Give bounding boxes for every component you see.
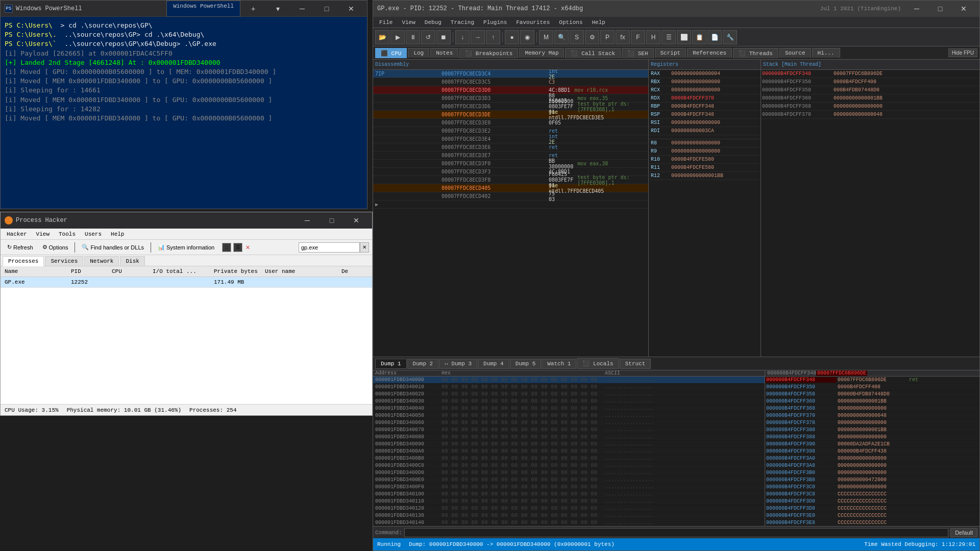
stack-view-row[interactable]: 000000B4FDCFF3500000B4FDCFF408 bbox=[765, 384, 979, 391]
x64dbg-menu-options[interactable]: Options bbox=[555, 18, 586, 27]
ph-search-clear-btn[interactable]: ✕ bbox=[360, 242, 369, 253]
cmd-input[interactable] bbox=[404, 528, 948, 537]
ph-refresh-btn[interactable]: ↻ Refresh bbox=[4, 242, 37, 252]
x64dbg-tool-misc1[interactable]: ☰ bbox=[662, 30, 676, 44]
ph-find-handles-btn[interactable]: 🔍 Find handles or DLLs bbox=[78, 242, 148, 252]
stack-view-row[interactable]: 000000B4FDCFF3880000000000000000 bbox=[765, 434, 979, 441]
x64dbg-hide-fpu-btn[interactable]: Hide FPU bbox=[948, 48, 977, 57]
x64dbg-menu-view[interactable]: View bbox=[398, 18, 419, 27]
ph-view-btn2[interactable]: ☰ bbox=[233, 243, 242, 252]
stack-view-row[interactable]: 000000B4FDCFF38000000000000001BB bbox=[765, 427, 979, 434]
ph-tab-disk[interactable]: Disk bbox=[120, 256, 144, 266]
x64dbg-tool-pause[interactable]: ⏸ bbox=[406, 30, 420, 44]
x64dbg-tool-stop[interactable]: ⏹ bbox=[436, 30, 451, 44]
stack-view-row[interactable]: 000000B4FDCFF3700000000000000048 bbox=[765, 412, 979, 419]
x64dbg-tab-references[interactable]: References bbox=[687, 48, 732, 58]
disasm-row-7[interactable]: 00007FFDC8ECD3E2 ret bbox=[373, 127, 648, 135]
x64dbg-tab-call-stack[interactable]: ⬛ Call Stack bbox=[565, 48, 621, 58]
ph-stop-icon[interactable]: ✕ bbox=[246, 243, 250, 252]
ph-menu-view[interactable]: View bbox=[32, 230, 54, 238]
stack-view-row[interactable]: 000000B4FDCFF3A00000000000000000 bbox=[765, 455, 979, 462]
ph-row-gpexe[interactable]: GP.exe 12252 171.49 MB bbox=[1, 277, 372, 288]
stack-view-row[interactable]: 000000B4FDCFF34800007FFDC6B896DEret bbox=[765, 377, 979, 384]
stack-view-row[interactable]: 000000B4FDCFF36000000000000001BB bbox=[765, 398, 979, 405]
x64dbg-tab-script[interactable]: Script bbox=[655, 48, 687, 58]
disasm-row-1[interactable]: 00007FFDC8ECD3C5 C3 bbox=[373, 78, 648, 86]
x64dbg-tool-script[interactable]: S bbox=[570, 30, 584, 44]
ph-tab-processes[interactable]: Processes bbox=[3, 256, 44, 266]
x64dbg-tab-breakpoints[interactable]: ⬛ Breakpoints bbox=[459, 48, 518, 58]
powershell-new-tab[interactable]: + bbox=[241, 1, 265, 17]
disasm-row-6[interactable]: 00007FFDC8ECD3E0 0F05 bbox=[373, 119, 648, 127]
stack-view-row[interactable]: 000000B4FDCFF3B00000000000000000 bbox=[765, 469, 979, 477]
x64dbg-tool-run[interactable]: ▶ bbox=[390, 30, 405, 44]
dump-row[interactable]: 000001FDBD3400D000 00 00 00 00 00 00 00 … bbox=[373, 469, 765, 477]
dump-row[interactable]: 000001FDBD34001000 00 00 00 00 00 00 00 … bbox=[373, 384, 765, 391]
dump-row[interactable]: 000001FDBD3400B000 00 00 00 00 00 00 00 … bbox=[373, 455, 765, 462]
powershell-close[interactable]: ✕ bbox=[339, 1, 363, 17]
x64dbg-tool-f[interactable]: F bbox=[631, 30, 645, 44]
disasm-row-2[interactable]: 00007FFDC8ECD3D0 4C:8BD1 mov r10,rcx bbox=[373, 86, 648, 94]
ph-tab-services[interactable]: Services bbox=[45, 256, 83, 266]
dump-row[interactable]: 000001FDBD34012000 00 00 00 00 00 00 00 … bbox=[373, 505, 765, 512]
stack-view-row[interactable]: 000000B4FDCFF398000000B4FDCFF438 bbox=[765, 448, 979, 455]
x64dbg-tool-settings[interactable]: ⚙ bbox=[585, 30, 599, 44]
disasm-row-13[interactable]: 00007FFDC8ECD3F8 F60425 0803FE7F 01 test… bbox=[373, 176, 648, 184]
x64dbg-tool-hw-bp[interactable]: ◉ bbox=[520, 30, 534, 44]
x64dbg-tab-cpu[interactable]: ⬛ CPU bbox=[375, 48, 407, 58]
disasm-row-current[interactable]: 7IP 00007FFDC8ECD3C4 int 2E bbox=[373, 70, 648, 78]
dump-row[interactable]: 000001FDBD34007000 00 00 00 00 00 00 00 … bbox=[373, 427, 765, 434]
ph-close[interactable]: ✕ bbox=[345, 212, 368, 229]
disasm-row-8[interactable]: 00007FFDC8ECD3E4 int 2E bbox=[373, 135, 648, 143]
powershell-tab[interactable]: Windows PowerShell bbox=[166, 1, 240, 17]
x64dbg-menu-tracing[interactable]: Tracing bbox=[447, 18, 478, 27]
ph-menu-help[interactable]: Help bbox=[107, 230, 128, 238]
x64dbg-tab-memory-map[interactable]: Memory Map bbox=[519, 48, 564, 58]
stack-view-row[interactable]: 000000B4FDCFF3D8CCCCCCCCCCCCCCCC bbox=[765, 505, 979, 512]
dump-tab-1[interactable]: Dump 1 bbox=[375, 359, 407, 369]
powershell-maximize[interactable]: □ bbox=[315, 1, 338, 17]
disasm-row-15[interactable]: 00007FFDC8ECD402 75 03 bbox=[373, 192, 648, 201]
cmd-default-btn[interactable]: Default bbox=[950, 528, 977, 537]
x64dbg-tab-threads[interactable]: ⬛ Threads bbox=[733, 48, 778, 58]
disasm-row-11[interactable]: 00007FFDC8ECD3F0 BB 38000000 mov eax,38 bbox=[373, 160, 648, 168]
stack-view-row[interactable]: 000000B4FDCFF3D0CCCCCCCCCCCCCCCC bbox=[765, 498, 979, 505]
dump-row[interactable]: 000001FDBD3400F000 00 00 00 00 00 00 00 … bbox=[373, 484, 765, 491]
dump-row[interactable]: 000001FDBD34009000 00 00 00 00 00 00 00 … bbox=[373, 441, 765, 448]
x64dbg-tool-open[interactable]: 📂 bbox=[375, 30, 389, 44]
ph-menu-users[interactable]: Users bbox=[81, 230, 106, 238]
ph-options-btn[interactable]: ⚙ Options bbox=[39, 242, 72, 252]
stack-view-row[interactable]: 000000B4FDCFF3C00000000000000000 bbox=[765, 484, 979, 491]
x64dbg-tool-restart[interactable]: ↺ bbox=[421, 30, 435, 44]
dump-tab-locals[interactable]: ⬛ Locals bbox=[577, 358, 619, 369]
stack-view-row[interactable]: 000000B4FDCFF3E8CCCCCCCCCCCCCCCC bbox=[765, 519, 979, 526]
ph-maximize[interactable]: □ bbox=[320, 212, 344, 229]
disasm-row-9[interactable]: 00007FFDC8ECD3E6 ret bbox=[373, 143, 648, 152]
powershell-dropdown[interactable]: ▾ bbox=[266, 1, 289, 17]
x64dbg-tool-bp[interactable]: ● bbox=[505, 30, 519, 44]
x64dbg-tool-misc4[interactable]: 📄 bbox=[707, 30, 722, 44]
dump-row[interactable]: 000001FDBD34000000 00 00 00 00 00 00 00 … bbox=[373, 377, 765, 384]
dump-tab-5[interactable]: Dump 5 bbox=[510, 359, 542, 369]
dump-row[interactable]: 000001FDBD34003000 00 00 00 00 00 00 00 … bbox=[373, 398, 765, 405]
stack-view-row[interactable]: 000000B4FDCFF3E0CCCCCCCCCCCCCCCC bbox=[765, 512, 979, 519]
x64dbg-tab-log[interactable]: Log bbox=[408, 48, 429, 58]
x64dbg-tool-misc2[interactable]: ⬜ bbox=[677, 30, 691, 44]
disasm-row-10[interactable]: 00007FFDC8ECD3E7 ret bbox=[373, 152, 648, 160]
x64dbg-menu-debug[interactable]: Debug bbox=[421, 18, 446, 27]
x64dbg-tool-h[interactable]: H bbox=[646, 30, 660, 44]
dump-row[interactable]: 000001FDBD34010000 00 00 00 00 00 00 00 … bbox=[373, 491, 765, 498]
stack-view-row[interactable]: 000000B4FDCFF3C8CCCCCCCCCCCCCCCC bbox=[765, 491, 979, 498]
x64dbg-tool-step-into[interactable]: ↓ bbox=[455, 30, 470, 44]
x64dbg-menu-plugins[interactable]: Plugins bbox=[479, 18, 511, 27]
x64dbg-tool-search[interactable]: 🔍 bbox=[554, 30, 569, 44]
stack-view-row[interactable]: 000000B4FDCFF3B80000000000472000 bbox=[765, 477, 979, 484]
dump-tab-3[interactable]: ↔ Dump 3 bbox=[439, 359, 477, 369]
x64dbg-tool-step-out[interactable]: ↑ bbox=[486, 30, 500, 44]
stack-view-row[interactable]: 000000B4FDCFF3A80000000000000000 bbox=[765, 462, 979, 469]
x64dbg-tool-mem[interactable]: M bbox=[539, 30, 553, 44]
stack-view-row[interactable]: 000000B4FDCFF3680000000000000000 bbox=[765, 405, 979, 412]
ph-menu-hacker[interactable]: Hacker bbox=[3, 230, 31, 238]
dump-tab-struct[interactable]: Struct bbox=[620, 359, 651, 369]
x64dbg-tool-patch[interactable]: P bbox=[600, 30, 615, 44]
